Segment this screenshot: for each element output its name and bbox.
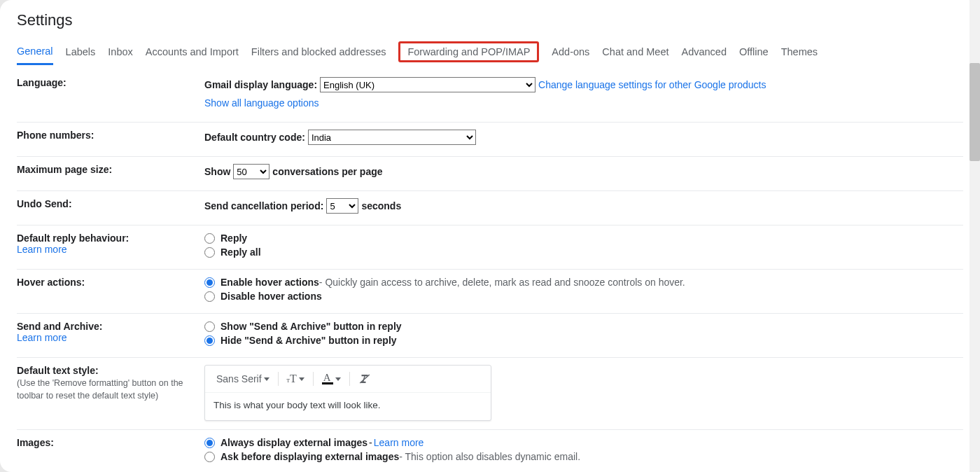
row-reply: Default reply behaviour: Learn more Repl… xyxy=(17,225,963,270)
tab-accounts-import[interactable]: Accounts and Import xyxy=(146,39,239,64)
content: Language: Gmail display language: Englis… xyxy=(0,66,980,472)
text-toolbar: Sans Serif тT A xyxy=(204,365,491,421)
tab-inbox[interactable]: Inbox xyxy=(108,39,132,64)
display-language-label: Gmail display language: xyxy=(204,79,317,90)
font-family-label: Sans Serif xyxy=(216,373,262,384)
tab-filters-blocked[interactable]: Filters and blocked addresses xyxy=(251,39,386,64)
tab-general[interactable]: General xyxy=(17,39,53,65)
display-language-select[interactable]: English (UK) xyxy=(320,77,536,92)
scrollbar-track[interactable] xyxy=(969,0,980,472)
font-family-button[interactable]: Sans Serif xyxy=(214,372,272,386)
row-phone: Phone numbers: Default country code: Ind… xyxy=(17,123,963,157)
chevron-down-icon xyxy=(299,377,304,381)
pagesize-select[interactable]: 50 xyxy=(233,164,270,179)
chevron-down-icon xyxy=(335,377,341,381)
reply-radio-replyall[interactable] xyxy=(204,247,215,258)
hover-radio-disable[interactable] xyxy=(204,291,215,302)
images-opt2: Ask before displaying external images xyxy=(220,451,399,462)
hover-radio-enable[interactable] xyxy=(204,277,215,288)
reply-opt1: Reply xyxy=(220,232,247,244)
text-color-icon: A xyxy=(322,373,333,384)
phone-label: Phone numbers: xyxy=(17,130,204,141)
sendarchive-radio-hide[interactable] xyxy=(204,335,215,346)
tab-addons[interactable]: Add-ons xyxy=(552,39,589,64)
font-size-button[interactable]: тT xyxy=(284,371,307,387)
pagesize-prefix: Show xyxy=(204,166,230,177)
images-label: Images: xyxy=(17,437,204,448)
tab-labels[interactable]: Labels xyxy=(66,39,96,64)
images-learn-link[interactable]: Learn more xyxy=(374,437,424,448)
images-radio-always[interactable] xyxy=(204,438,215,448)
text-size-icon: тT xyxy=(287,373,297,385)
hover-opt1-desc: - Quickly gain access to archive, delete… xyxy=(319,277,685,288)
undo-prefix: Send cancellation period: xyxy=(204,200,323,211)
tab-advanced[interactable]: Advanced xyxy=(681,39,727,64)
hover-opt2: Disable hover actions xyxy=(220,291,322,302)
undo-label: Undo Send: xyxy=(17,198,204,209)
change-language-link[interactable]: Change language settings for other Googl… xyxy=(538,79,766,90)
textstyle-sub: (Use the 'Remove formatting' button on t… xyxy=(17,377,204,402)
row-undo: Undo Send: Send cancellation period: 5 s… xyxy=(17,191,963,225)
tab-chat-meet[interactable]: Chat and Meet xyxy=(602,39,668,64)
tab-forwarding-pop-imap[interactable]: Forwarding and POP/IMAP xyxy=(398,41,539,62)
tab-offline[interactable]: Offline xyxy=(739,39,769,64)
text-preview: This is what your body text will look li… xyxy=(205,393,491,420)
row-images: Images: Always display external images -… xyxy=(17,430,963,472)
divider xyxy=(278,372,279,386)
reply-label: Default reply behaviour: xyxy=(17,232,129,244)
images-radio-ask[interactable] xyxy=(204,452,215,462)
sendarchive-label: Send and Archive: xyxy=(17,321,102,332)
images-opt2-desc: - This option also disables dynamic emai… xyxy=(399,451,580,462)
pagesize-suffix: conversations per page xyxy=(272,166,382,177)
divider xyxy=(313,372,314,386)
reply-radio-reply[interactable] xyxy=(204,233,215,244)
reply-opt2: Reply all xyxy=(220,247,261,258)
row-pagesize: Maximum page size: Show 50 conversations… xyxy=(17,157,963,191)
sendarchive-learn-link[interactable]: Learn more xyxy=(17,332,67,343)
row-language: Language: Gmail display language: Englis… xyxy=(17,70,963,123)
row-hover: Hover actions: Enable hover actions - Qu… xyxy=(17,270,963,314)
tabs: General Labels Inbox Accounts and Import… xyxy=(0,38,980,66)
divider xyxy=(349,372,350,386)
remove-formatting-icon xyxy=(358,373,371,385)
title-row: Settings xyxy=(0,0,980,38)
undo-select[interactable]: 5 xyxy=(326,198,358,214)
textstyle-label: Default text style: xyxy=(17,365,99,376)
country-code-select[interactable]: India xyxy=(308,130,476,145)
pagesize-label: Maximum page size: xyxy=(17,164,204,175)
sendarchive-opt2: Hide "Send & Archive" button in reply xyxy=(220,335,397,346)
remove-formatting-button[interactable] xyxy=(356,371,374,387)
country-code-label: Default country code: xyxy=(204,132,305,143)
images-opt1: Always display external images xyxy=(220,437,368,448)
hover-opt1: Enable hover actions xyxy=(220,277,319,288)
scrollbar-thumb[interactable] xyxy=(969,63,980,161)
sendarchive-opt1: Show "Send & Archive" button in reply xyxy=(220,321,402,332)
settings-panel: Settings General Labels Inbox Accounts a… xyxy=(0,0,980,472)
chevron-down-icon xyxy=(264,377,270,381)
reply-learn-link[interactable]: Learn more xyxy=(17,244,67,255)
row-sendarchive: Send and Archive: Learn more Show "Send … xyxy=(17,314,963,358)
sendarchive-radio-show[interactable] xyxy=(204,321,215,332)
text-color-button[interactable]: A xyxy=(319,372,344,386)
show-all-languages-link[interactable]: Show all language options xyxy=(204,97,318,109)
language-label: Language: xyxy=(17,77,204,88)
page-title: Settings xyxy=(17,11,963,29)
tab-themes[interactable]: Themes xyxy=(781,39,818,64)
row-textstyle: Default text style: (Use the 'Remove for… xyxy=(17,358,963,430)
hover-label: Hover actions: xyxy=(17,277,204,288)
undo-suffix: seconds xyxy=(361,200,401,211)
